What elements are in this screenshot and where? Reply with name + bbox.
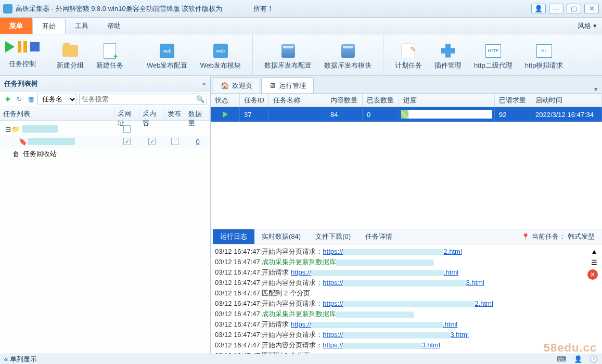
ribbon-group-db: 数据库发布配置 数据库发布模块 [253, 34, 383, 75]
minimize-button[interactable]: — [549, 4, 563, 14]
window-title: 高铁采集器 - 外网解密狼 9.8.0 win10兼容全功能雷锋版 该软件版权为 [16, 4, 222, 14]
tree-row-task[interactable]: 🔖 0 [0, 135, 210, 148]
db-publish-config-button[interactable]: 数据库发布配置 [258, 40, 318, 72]
plugin-manager-button[interactable]: 插件管理 [428, 40, 468, 72]
log-tab-download[interactable]: 文件下载(0) [308, 229, 358, 244]
expand-icon[interactable]: « [4, 355, 8, 363]
col-publish[interactable]: 发布 [164, 107, 185, 120]
menubar: 菜单 开始 工具 帮助 风格 ▾ [0, 18, 602, 34]
cell-id: 37 [240, 107, 269, 122]
clock-icon[interactable]: 🕑 [590, 355, 598, 363]
tree-row-recycle[interactable]: 🗑 任务回收站 [0, 148, 210, 160]
col-progress[interactable]: 进度 [399, 94, 495, 107]
recycle-label: 任务回收站 [23, 149, 57, 159]
tree-row-group[interactable]: ⊟ 📁 [0, 123, 210, 135]
user-status-icon[interactable]: 👤 [574, 355, 582, 363]
task-tree[interactable]: ⊟ 📁 🔖 0 🗑 任务回收站 [0, 121, 210, 354]
col-task-id[interactable]: 任务ID [240, 94, 269, 107]
log-url-link[interactable]: https:// [291, 268, 311, 276]
new-group-button[interactable]: 新建分组 [50, 40, 90, 72]
expand-icon[interactable]: ⊟ [4, 125, 11, 133]
search-input[interactable] [82, 95, 196, 103]
log-url-link[interactable]: https:// [323, 300, 343, 307]
tab-start[interactable]: 开始 [32, 19, 66, 34]
search-icon[interactable]: 🔍 [196, 95, 204, 103]
tree-grid-header: 任务列表 采网址 采内容 发布 数据量 [0, 107, 210, 121]
log-url-link[interactable]: https:// [323, 331, 343, 339]
pause-button[interactable] [18, 41, 27, 53]
tab-help[interactable]: 帮助 [98, 18, 130, 34]
window-title-suffix: 所有！ [253, 4, 274, 14]
col-status[interactable]: 状态 [211, 94, 240, 107]
col-content[interactable]: 采内容 [139, 107, 164, 120]
web-icon: web [160, 44, 174, 58]
current-task-label: 📍 当前任务： 韩式发型 [514, 229, 602, 244]
puzzle-icon [441, 44, 455, 58]
http-proxy-button[interactable]: HTTPhttp二级代理 [468, 40, 519, 72]
collapse-button[interactable]: « [202, 80, 206, 87]
log-tab-detail[interactable]: 任务详情 [358, 229, 400, 244]
col-req-count[interactable]: 已请求量 [495, 94, 531, 107]
close-panel-button[interactable]: ✕ [587, 269, 598, 280]
chk-publish[interactable] [164, 138, 185, 145]
filter-select[interactable]: 任务名 [37, 94, 77, 105]
log-url-link[interactable]: https:// [323, 341, 343, 349]
grid-icon[interactable]: ▦ [26, 95, 35, 104]
col-list[interactable]: 任务列表 [0, 107, 114, 120]
log-tab-realtime[interactable]: 实时数据(84) [254, 229, 308, 244]
task-grid-body[interactable] [211, 122, 602, 229]
task-row-selected[interactable]: 37 84 0 92 2022/3/12 16:47:34 [211, 107, 602, 122]
log-area[interactable]: ▲ ☰ 03/12 16:47:47:开始内容分页请求：https://2.ht… [211, 244, 602, 354]
add-button[interactable]: ✚ [3, 95, 12, 104]
tabs-dropdown[interactable]: ▾ [594, 85, 598, 93]
titlebar: 高铁采集器 - 外网解密狼 9.8.0 win10兼容全功能雷锋版 该软件版权为… [0, 0, 602, 18]
tab-tools[interactable]: 工具 [66, 18, 98, 34]
refresh-button[interactable]: ↻ [15, 95, 24, 104]
folder-icon: 📁 [11, 125, 20, 133]
col-task-name[interactable]: 任务名称 [269, 94, 326, 107]
scroll-up-icon[interactable]: ▲ [591, 248, 598, 255]
log-tab-run[interactable]: 运行日志 [213, 229, 254, 244]
lang-icon[interactable]: ⌨ [557, 355, 567, 363]
play-button[interactable] [5, 41, 15, 53]
col-sent-count[interactable]: 已发数量 [363, 94, 399, 107]
stop-button[interactable] [30, 42, 40, 51]
chk-content[interactable] [139, 138, 164, 145]
col-content-count[interactable]: 内容数量 [326, 94, 363, 107]
plan-task-button[interactable]: 计划任务 [389, 40, 428, 72]
tab-welcome[interactable]: 🏠欢迎页 [213, 77, 260, 93]
http-simulate-button[interactable]: H↓http模拟请求 [519, 40, 570, 72]
web-publish-module-button[interactable]: webWeb发布模块 [194, 40, 248, 72]
user-icon[interactable]: 👤 [531, 4, 546, 14]
col-url[interactable]: 采网址 [114, 107, 139, 120]
main-area: 任务列表树 « ✚ ↻ ▦ 任务名 🔍 任务列表 采网址 采内容 发布 数据量 … [0, 76, 602, 354]
home-icon: 🏠 [221, 82, 229, 89]
maximize-button[interactable]: ▢ [567, 4, 581, 14]
task-grid-header: 状态 任务ID 任务名称 内容数量 已发数量 进度 已请求量 启动时间 [211, 94, 602, 107]
count-link[interactable]: 0 [185, 138, 210, 146]
cell-content-count: 84 [326, 107, 363, 122]
web-publish-config-button[interactable]: webWeb发布配置 [140, 40, 194, 72]
ribbon-group-new: 新建分组 新建任务 [45, 34, 135, 75]
log-url-link[interactable]: https:// [291, 320, 311, 328]
status-single-col[interactable]: 单列显示 [10, 355, 37, 364]
log-url-link[interactable]: https:// [323, 248, 343, 255]
db-publish-module-button[interactable]: 数据库发布模块 [318, 40, 378, 72]
statusbar: « 单列显示 ⌨ 👤 🕑 [0, 354, 602, 364]
close-button[interactable]: ✕ [584, 4, 599, 14]
log-url-link[interactable]: https:// [323, 279, 343, 287]
http-icon: HTTP [485, 44, 501, 58]
task-icon: 🔖 [19, 138, 26, 146]
search-box[interactable]: 🔍 [79, 94, 207, 105]
col-start-time[interactable]: 启动时间 [531, 94, 602, 107]
menu-button[interactable]: 菜单 [0, 18, 32, 34]
task-name-redacted [28, 138, 75, 145]
new-task-button[interactable]: 新建任务 [90, 40, 130, 72]
tab-run-manage[interactable]: 🖥运行管理 [261, 77, 314, 93]
menu-icon[interactable]: ☰ [591, 258, 597, 266]
chk-url[interactable] [114, 125, 139, 133]
col-count[interactable]: 数据量 [185, 107, 210, 120]
style-dropdown[interactable]: 风格 ▾ [578, 18, 602, 34]
main-tabs: 🏠欢迎页 🖥运行管理 ▾ [211, 76, 602, 94]
chk-url[interactable] [114, 138, 139, 145]
